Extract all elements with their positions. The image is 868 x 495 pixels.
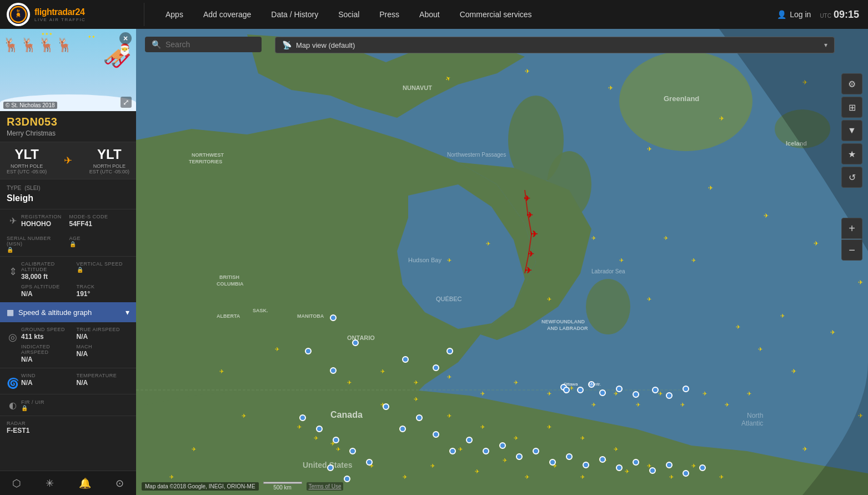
refresh-icon: ↺ [849,172,856,183]
svg-point-126 [666,393,672,398]
svg-text:✈: ✈ [414,396,418,402]
svg-text:✈: ✈ [447,374,451,380]
toolbar-locate-button[interactable]: ⬡ [8,473,26,494]
svg-point-124 [633,392,639,397]
svg-text:✈: ✈ [414,379,418,386]
svg-point-112 [330,315,336,321]
nav-add-coverage[interactable]: Add coverage [193,0,261,29]
fir-section: FIR / UIR 🔒 [21,399,129,411]
svg-text:NORTHWEST: NORTHWEST [192,152,224,158]
svg-text:✈: ✈ [830,329,835,336]
toolbar-snowflake-button[interactable]: ✳ [41,473,58,494]
map-view-button[interactable]: 📡 Map view (default) ▾ [275,37,835,53]
toolbar-lock-bell-button[interactable]: 🔔 [74,473,96,494]
zoom-out-button[interactable]: − [841,239,862,261]
vert-speed-label: VERTICAL SPEED [77,261,130,267]
age-label: AGE [69,236,130,241]
type-code: (SLEI) [24,185,40,191]
svg-text:✈: ✈ [791,368,796,374]
svg-point-130 [417,415,422,421]
map-view-chevron-icon: ▾ [824,41,827,49]
svg-text:✈: ✈ [447,413,451,419]
altitude-icon: ⇕ [7,266,19,278]
favorite-button[interactable]: ★ [841,143,862,164]
svg-text:✈: ✈ [336,446,340,452]
graph-toggle-button[interactable]: ▦ Speed & altitude graph ▾ [0,302,136,322]
temp-value: N/A [77,379,130,387]
svg-point-122 [600,390,605,396]
settings-button[interactable]: ⚙ [841,73,862,94]
copyright-label: © St. Nicholas 2018 [3,102,57,109]
svg-text:✈: ✈ [297,424,302,430]
gear-icon: ⚙ [848,79,856,89]
toolbar-share-button[interactable]: ⊙ [111,473,128,494]
svg-text:✈: ✈ [664,235,668,241]
type-label: TYPE [7,185,21,191]
nav-about[interactable]: About [409,0,450,29]
right-toolbar: ⚙ ⊞ ▼ ★ ↺ [841,73,862,188]
origin-name: NORTH POLE [7,163,47,169]
svg-text:✈: ✈ [703,391,707,397]
nav-social[interactable]: Social [328,0,369,29]
radar-section: RADAR F-EST1 [0,416,136,439]
terms-link[interactable]: Terms of Use [307,482,344,491]
age-lock-icon: 🔒 [69,241,130,247]
login-label: Log in [790,10,811,19]
svg-point-123 [616,386,622,392]
svg-text:fr: fr [17,8,20,13]
close-button[interactable]: × [119,32,132,44]
login-button[interactable]: 👤 Log in [777,10,811,19]
nav-press[interactable]: Press [369,0,409,29]
plane-icon: ✈ [7,215,19,227]
svg-text:✈: ✈ [403,474,407,480]
registration-section: ✈ REGISTRATION HOHOHO [7,214,67,228]
svg-text:✈: ✈ [736,324,740,330]
svg-point-113 [305,348,311,354]
expand-button[interactable]: ⤢ [121,97,132,108]
fullscreen-button[interactable]: ⊞ [841,97,862,118]
svg-point-150 [333,437,339,443]
svg-text:Greenland: Greenland [664,94,699,103]
refresh-button[interactable]: ↺ [841,167,862,188]
svg-point-143 [633,459,639,465]
svg-point-120 [578,387,583,393]
svg-point-133 [466,437,472,443]
svg-text:COLUMBIA: COLUMBIA [217,281,244,287]
modes-value: 54FF41 [69,220,130,228]
svg-text:✈: ✈ [219,368,224,374]
panel-scroll[interactable]: R3DN053 Merry Christmas YLT NORTH POLE E… [0,111,136,495]
svg-text:✈: ✈ [591,235,596,241]
filter-button[interactable]: ▼ [841,120,862,141]
svg-point-117 [403,357,408,362]
svg-point-115 [353,340,358,346]
svg-text:✈: ✈ [475,468,479,474]
left-panel: 🦌🦌🦌🦌 🛷 🎅 ✦✦✦ ✦✦ × ⤢ © St. Nicholas 2018 … [0,29,136,495]
svg-text:MANITOBA: MANITOBA [297,313,324,319]
svg-point-135 [500,443,505,448]
zoom-in-button[interactable]: + [841,218,862,239]
svg-text:✈: ✈ [524,194,530,203]
mach-value: N/A [77,350,130,358]
nav-data-history[interactable]: Data / History [261,0,328,29]
map-area[interactable]: NUNAVUT NORTHWEST TERRITORIES BRITISH CO… [136,29,868,495]
svg-text:✈: ✈ [814,240,819,247]
search-input[interactable] [165,40,255,49]
svg-point-141 [600,457,605,462]
svg-point-4 [17,13,20,16]
search-bar[interactable]: 🔍 [145,37,262,52]
route-section: YLT NORTH POLE EST (UTC -05:00) ✈ YLT NO… [0,142,136,179]
mach-label: MACH [77,344,130,349]
top-navigation: fr 24 flightradar24 LIVE AIR TRAFFIC App… [0,0,868,29]
svg-text:✈: ✈ [719,115,724,122]
svg-point-145 [666,462,672,468]
svg-text:✈: ✈ [625,468,629,474]
svg-point-153 [328,465,333,471]
radar-value: F-EST1 [7,427,129,434]
nav-commercial[interactable]: Commercial services [450,0,542,29]
user-icon: 👤 [777,10,786,19]
map-attribution: Map data ©2018 Google, INEGI, ORION-ME [142,482,259,491]
nav-apps[interactable]: Apps [155,0,193,29]
modes-label: MODE-S CODE [69,214,130,219]
temp-section: TEMPERATURE N/A [77,373,130,387]
logo-text: flightradar24 [34,7,86,17]
